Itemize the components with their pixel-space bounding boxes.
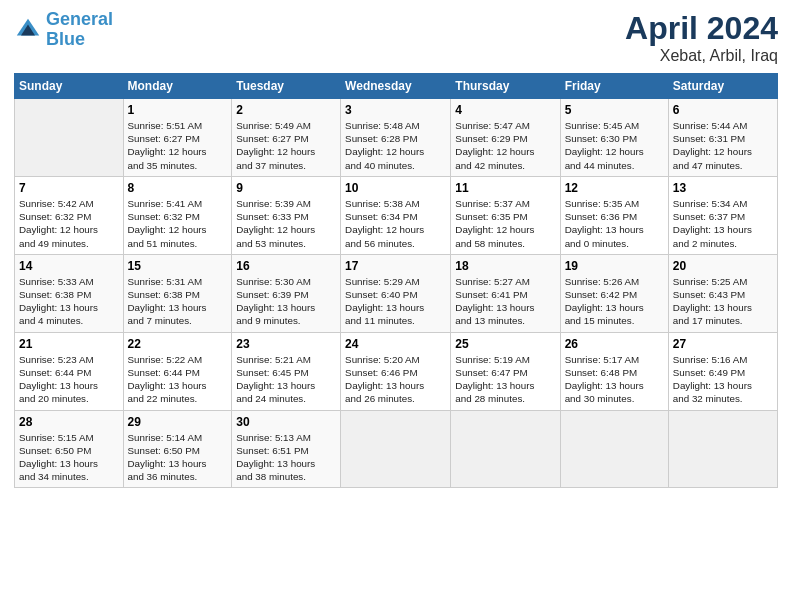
day-info: Sunrise: 5:21 AMSunset: 6:45 PMDaylight:… xyxy=(236,353,336,406)
day-cell: 29Sunrise: 5:14 AMSunset: 6:50 PMDayligh… xyxy=(123,410,232,488)
day-cell: 23Sunrise: 5:21 AMSunset: 6:45 PMDayligh… xyxy=(232,332,341,410)
day-number: 2 xyxy=(236,103,336,117)
day-number: 27 xyxy=(673,337,773,351)
day-info: Sunrise: 5:34 AMSunset: 6:37 PMDaylight:… xyxy=(673,197,773,250)
day-cell: 8Sunrise: 5:41 AMSunset: 6:32 PMDaylight… xyxy=(123,176,232,254)
day-cell: 14Sunrise: 5:33 AMSunset: 6:38 PMDayligh… xyxy=(15,254,124,332)
day-info: Sunrise: 5:31 AMSunset: 6:38 PMDaylight:… xyxy=(128,275,228,328)
day-info: Sunrise: 5:25 AMSunset: 6:43 PMDaylight:… xyxy=(673,275,773,328)
week-row-5: 28Sunrise: 5:15 AMSunset: 6:50 PMDayligh… xyxy=(15,410,778,488)
title-block: April 2024 Xebat, Arbil, Iraq xyxy=(625,10,778,65)
day-number: 8 xyxy=(128,181,228,195)
day-cell: 13Sunrise: 5:34 AMSunset: 6:37 PMDayligh… xyxy=(668,176,777,254)
day-info: Sunrise: 5:19 AMSunset: 6:47 PMDaylight:… xyxy=(455,353,555,406)
weekday-tuesday: Tuesday xyxy=(232,74,341,99)
page-title: April 2024 xyxy=(625,10,778,47)
day-cell: 5Sunrise: 5:45 AMSunset: 6:30 PMDaylight… xyxy=(560,99,668,177)
day-info: Sunrise: 5:29 AMSunset: 6:40 PMDaylight:… xyxy=(345,275,446,328)
day-number: 19 xyxy=(565,259,664,273)
day-number: 28 xyxy=(19,415,119,429)
header: General Blue April 2024 Xebat, Arbil, Ir… xyxy=(14,10,778,65)
day-info: Sunrise: 5:45 AMSunset: 6:30 PMDaylight:… xyxy=(565,119,664,172)
logo-icon xyxy=(14,16,42,44)
weekday-monday: Monday xyxy=(123,74,232,99)
day-cell: 6Sunrise: 5:44 AMSunset: 6:31 PMDaylight… xyxy=(668,99,777,177)
logo-general: General xyxy=(46,9,113,29)
day-number: 23 xyxy=(236,337,336,351)
day-cell: 2Sunrise: 5:49 AMSunset: 6:27 PMDaylight… xyxy=(232,99,341,177)
day-number: 9 xyxy=(236,181,336,195)
weekday-saturday: Saturday xyxy=(668,74,777,99)
day-cell xyxy=(15,99,124,177)
day-cell: 4Sunrise: 5:47 AMSunset: 6:29 PMDaylight… xyxy=(451,99,560,177)
day-cell: 9Sunrise: 5:39 AMSunset: 6:33 PMDaylight… xyxy=(232,176,341,254)
weekday-sunday: Sunday xyxy=(15,74,124,99)
day-info: Sunrise: 5:41 AMSunset: 6:32 PMDaylight:… xyxy=(128,197,228,250)
day-info: Sunrise: 5:30 AMSunset: 6:39 PMDaylight:… xyxy=(236,275,336,328)
weekday-header-row: SundayMondayTuesdayWednesdayThursdayFrid… xyxy=(15,74,778,99)
day-number: 16 xyxy=(236,259,336,273)
day-number: 18 xyxy=(455,259,555,273)
day-info: Sunrise: 5:15 AMSunset: 6:50 PMDaylight:… xyxy=(19,431,119,484)
day-cell: 3Sunrise: 5:48 AMSunset: 6:28 PMDaylight… xyxy=(341,99,451,177)
day-cell: 22Sunrise: 5:22 AMSunset: 6:44 PMDayligh… xyxy=(123,332,232,410)
day-cell: 19Sunrise: 5:26 AMSunset: 6:42 PMDayligh… xyxy=(560,254,668,332)
day-cell: 20Sunrise: 5:25 AMSunset: 6:43 PMDayligh… xyxy=(668,254,777,332)
week-row-2: 7Sunrise: 5:42 AMSunset: 6:32 PMDaylight… xyxy=(15,176,778,254)
day-info: Sunrise: 5:26 AMSunset: 6:42 PMDaylight:… xyxy=(565,275,664,328)
day-number: 5 xyxy=(565,103,664,117)
day-info: Sunrise: 5:37 AMSunset: 6:35 PMDaylight:… xyxy=(455,197,555,250)
logo-text: General Blue xyxy=(46,10,113,50)
day-cell: 1Sunrise: 5:51 AMSunset: 6:27 PMDaylight… xyxy=(123,99,232,177)
day-number: 1 xyxy=(128,103,228,117)
page: General Blue April 2024 Xebat, Arbil, Ir… xyxy=(0,0,792,612)
calendar-table: SundayMondayTuesdayWednesdayThursdayFrid… xyxy=(14,73,778,488)
day-cell xyxy=(668,410,777,488)
day-number: 17 xyxy=(345,259,446,273)
day-cell: 17Sunrise: 5:29 AMSunset: 6:40 PMDayligh… xyxy=(341,254,451,332)
day-cell: 10Sunrise: 5:38 AMSunset: 6:34 PMDayligh… xyxy=(341,176,451,254)
day-info: Sunrise: 5:17 AMSunset: 6:48 PMDaylight:… xyxy=(565,353,664,406)
day-number: 30 xyxy=(236,415,336,429)
day-info: Sunrise: 5:23 AMSunset: 6:44 PMDaylight:… xyxy=(19,353,119,406)
day-number: 24 xyxy=(345,337,446,351)
day-cell: 27Sunrise: 5:16 AMSunset: 6:49 PMDayligh… xyxy=(668,332,777,410)
day-info: Sunrise: 5:42 AMSunset: 6:32 PMDaylight:… xyxy=(19,197,119,250)
day-cell xyxy=(560,410,668,488)
day-info: Sunrise: 5:51 AMSunset: 6:27 PMDaylight:… xyxy=(128,119,228,172)
day-info: Sunrise: 5:48 AMSunset: 6:28 PMDaylight:… xyxy=(345,119,446,172)
day-cell: 12Sunrise: 5:35 AMSunset: 6:36 PMDayligh… xyxy=(560,176,668,254)
day-number: 12 xyxy=(565,181,664,195)
day-info: Sunrise: 5:49 AMSunset: 6:27 PMDaylight:… xyxy=(236,119,336,172)
day-cell: 16Sunrise: 5:30 AMSunset: 6:39 PMDayligh… xyxy=(232,254,341,332)
weekday-thursday: Thursday xyxy=(451,74,560,99)
calendar-header: SundayMondayTuesdayWednesdayThursdayFrid… xyxy=(15,74,778,99)
day-cell: 24Sunrise: 5:20 AMSunset: 6:46 PMDayligh… xyxy=(341,332,451,410)
day-info: Sunrise: 5:16 AMSunset: 6:49 PMDaylight:… xyxy=(673,353,773,406)
week-row-4: 21Sunrise: 5:23 AMSunset: 6:44 PMDayligh… xyxy=(15,332,778,410)
day-number: 25 xyxy=(455,337,555,351)
day-cell: 25Sunrise: 5:19 AMSunset: 6:47 PMDayligh… xyxy=(451,332,560,410)
day-cell xyxy=(451,410,560,488)
day-cell: 28Sunrise: 5:15 AMSunset: 6:50 PMDayligh… xyxy=(15,410,124,488)
day-number: 26 xyxy=(565,337,664,351)
day-number: 6 xyxy=(673,103,773,117)
week-row-3: 14Sunrise: 5:33 AMSunset: 6:38 PMDayligh… xyxy=(15,254,778,332)
day-info: Sunrise: 5:47 AMSunset: 6:29 PMDaylight:… xyxy=(455,119,555,172)
day-number: 21 xyxy=(19,337,119,351)
day-number: 13 xyxy=(673,181,773,195)
day-cell: 21Sunrise: 5:23 AMSunset: 6:44 PMDayligh… xyxy=(15,332,124,410)
day-info: Sunrise: 5:22 AMSunset: 6:44 PMDaylight:… xyxy=(128,353,228,406)
page-subtitle: Xebat, Arbil, Iraq xyxy=(625,47,778,65)
day-info: Sunrise: 5:39 AMSunset: 6:33 PMDaylight:… xyxy=(236,197,336,250)
day-cell: 7Sunrise: 5:42 AMSunset: 6:32 PMDaylight… xyxy=(15,176,124,254)
day-cell: 30Sunrise: 5:13 AMSunset: 6:51 PMDayligh… xyxy=(232,410,341,488)
day-info: Sunrise: 5:13 AMSunset: 6:51 PMDaylight:… xyxy=(236,431,336,484)
day-info: Sunrise: 5:33 AMSunset: 6:38 PMDaylight:… xyxy=(19,275,119,328)
day-cell: 15Sunrise: 5:31 AMSunset: 6:38 PMDayligh… xyxy=(123,254,232,332)
day-cell: 26Sunrise: 5:17 AMSunset: 6:48 PMDayligh… xyxy=(560,332,668,410)
day-info: Sunrise: 5:14 AMSunset: 6:50 PMDaylight:… xyxy=(128,431,228,484)
day-info: Sunrise: 5:20 AMSunset: 6:46 PMDaylight:… xyxy=(345,353,446,406)
week-row-1: 1Sunrise: 5:51 AMSunset: 6:27 PMDaylight… xyxy=(15,99,778,177)
day-cell: 11Sunrise: 5:37 AMSunset: 6:35 PMDayligh… xyxy=(451,176,560,254)
